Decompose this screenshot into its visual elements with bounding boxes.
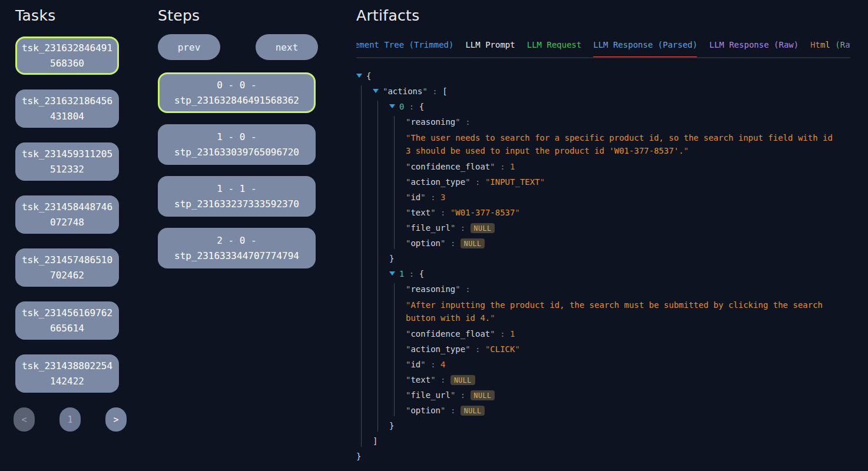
json-q: " <box>684 146 688 155</box>
json-key: id <box>410 193 420 202</box>
json-key: text <box>410 375 430 384</box>
json-colon: : <box>445 238 460 248</box>
json-kq: " <box>455 117 460 127</box>
json-q: " <box>540 177 545 187</box>
json-row: "reasoning" : <box>406 283 834 295</box>
json-row: "file_url" : NULL <box>406 222 834 234</box>
json-colon: : <box>445 406 460 415</box>
tab-llm-request[interactable]: LLM Request <box>527 40 582 57</box>
pagination-page-button[interactable]: 1 <box>59 407 81 432</box>
collapse-arrow-icon[interactable] <box>373 89 379 93</box>
tab-llm-response-raw[interactable]: LLM Response (Raw) <box>709 40 799 57</box>
json-kq: " <box>430 208 435 217</box>
json-kq: " <box>430 375 435 384</box>
artifacts-title: Artifacts <box>356 7 850 25</box>
json-colon: : <box>436 375 450 384</box>
json-string-block: "The user needs to search for a specific… <box>406 131 834 157</box>
steps-panel: Steps prev next 0 - 0 - stp_231632846491… <box>143 0 341 471</box>
json-children: 0 : {"reasoning" : "The user needs to se… <box>377 101 834 432</box>
task-button[interactable]: tsk_231458448746072748 <box>15 195 119 234</box>
task-button[interactable]: tsk_231456169762665614 <box>15 301 119 340</box>
json-number: 1 <box>510 329 515 339</box>
json-kq: " <box>420 193 425 202</box>
json-colon: : <box>404 102 419 111</box>
json-colon: : <box>426 193 440 202</box>
steps-next-button[interactable]: next <box>256 34 318 60</box>
task-button[interactable]: tsk_231632846491568360 <box>15 37 119 75</box>
json-brace: { <box>419 102 424 111</box>
step-button[interactable]: 2 - 0 - stp_231633344707774794 <box>158 228 316 268</box>
json-key: actions <box>387 87 422 96</box>
tab-element-tree-trimmed[interactable]: Element Tree (Trimmed) <box>356 40 453 57</box>
json-key: confidence_float <box>410 329 490 339</box>
json-row: "actions" : [ <box>373 85 834 97</box>
json-key: action_type <box>410 177 465 187</box>
json-key: reasoning <box>410 117 455 127</box>
json-brace: [ <box>442 87 447 96</box>
json-key: file_url <box>410 390 450 400</box>
json-colon: : <box>428 87 442 96</box>
json-row: "action_type" : "CLICK" <box>406 343 834 355</box>
json-string: CLICK <box>490 344 515 354</box>
json-number: 1 <box>510 162 515 171</box>
json-string: INPUT_TEXT <box>490 177 539 187</box>
tab-llm-response-parsed[interactable]: LLM Response (Parsed) <box>593 40 697 57</box>
json-number: 3 <box>440 193 445 202</box>
json-colon: : <box>495 162 510 171</box>
json-colon: : <box>460 284 471 294</box>
collapse-arrow-icon[interactable] <box>389 271 395 276</box>
null-badge: NULL <box>460 238 485 248</box>
task-button[interactable]: tsk_231632186456431804 <box>15 89 119 128</box>
steps-prev-button[interactable]: prev <box>158 34 220 60</box>
json-row: { <box>356 70 834 82</box>
step-button[interactable]: 0 - 0 - stp_231632846491568362 <box>158 72 316 113</box>
json-row: ] <box>373 435 834 447</box>
json-kq: " <box>490 329 495 339</box>
json-number: 4 <box>440 360 445 369</box>
task-button[interactable]: tsk_231459311205512332 <box>15 142 119 181</box>
json-colon: : <box>436 208 450 217</box>
json-colon: : <box>404 269 419 278</box>
task-button[interactable]: tsk_231438802254142422 <box>15 354 119 393</box>
json-colon: : <box>455 390 470 400</box>
pagination-next-button[interactable]: > <box>105 407 127 432</box>
pagination-prev-button[interactable]: < <box>14 407 35 432</box>
json-row: "confidence_float" : 1 <box>406 161 834 173</box>
step-button[interactable]: 1 - 1 - stp_231633237333592370 <box>158 176 316 217</box>
tab-html-raw[interactable]: Html (Raw) <box>810 40 850 57</box>
json-children: "actions" : [0 : {"reasoning" : "The use… <box>361 85 834 447</box>
task-button[interactable]: tsk_231457486510702462 <box>15 248 119 287</box>
json-row: } <box>389 420 834 432</box>
json-kq: " <box>420 360 425 369</box>
collapse-arrow-icon[interactable] <box>356 74 362 78</box>
json-row: "text" : "W01-377-8537" <box>406 207 834 218</box>
json-row: "id" : 4 <box>406 359 834 370</box>
json-q: " <box>406 133 410 142</box>
json-row: "id" : 3 <box>406 191 834 203</box>
tasks-pagination: < 1 > <box>14 407 127 432</box>
json-children: "reasoning" : "After inputting the produ… <box>394 283 834 416</box>
collapse-arrow-icon[interactable] <box>389 104 395 108</box>
null-badge: NULL <box>471 223 495 233</box>
steps-title: Steps <box>158 7 341 25</box>
json-row: "text" : NULL <box>406 374 834 386</box>
tasks-panel: Tasks tsk_231632846491568360tsk_23163218… <box>0 0 143 471</box>
json-brace: } <box>389 421 394 430</box>
json-row: "file_url" : NULL <box>406 389 834 401</box>
json-key: option <box>410 238 440 248</box>
tab-llm-prompt[interactable]: LLM Prompt <box>465 40 515 57</box>
json-row: 1 : { <box>389 268 834 280</box>
steps-nav-row: prev next <box>158 34 318 60</box>
json-q: " <box>515 344 519 354</box>
json-kq: " <box>422 87 427 96</box>
json-string: W01-377-8537 <box>455 208 515 217</box>
json-key: file_url <box>410 223 450 233</box>
json-key: id <box>410 360 420 369</box>
json-key: confidence_float <box>410 162 490 171</box>
json-colon: : <box>495 329 510 339</box>
json-colon: : <box>460 117 471 127</box>
artifacts-tabs: Element Tree (Trimmed)LLM PromptLLM Requ… <box>356 40 850 58</box>
step-button[interactable]: 1 - 0 - stp_231633039765096720 <box>158 124 316 165</box>
json-brace: { <box>366 71 371 81</box>
tasks-list: tsk_231632846491568360tsk_23163218645643… <box>15 37 143 393</box>
